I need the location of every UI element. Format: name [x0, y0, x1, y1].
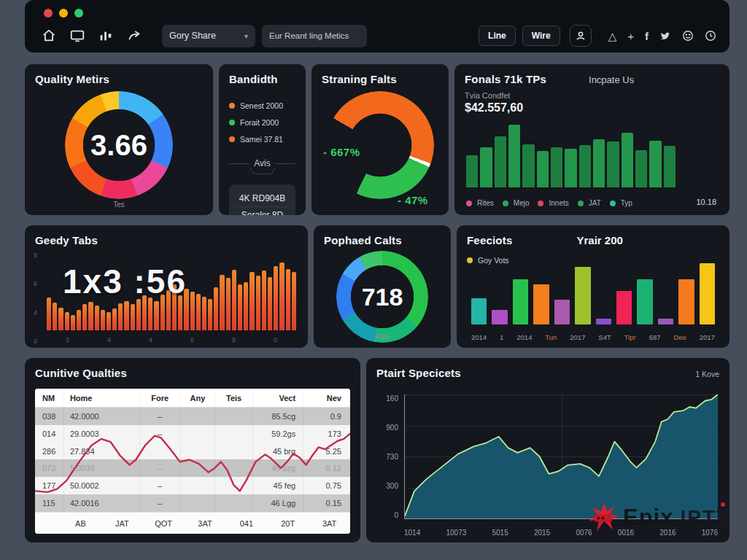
legend-dot-icon	[229, 103, 235, 109]
table-column-header[interactable]: Home	[63, 389, 139, 407]
table-column-header[interactable]: Teis	[214, 389, 252, 407]
bar	[508, 125, 520, 187]
table-cell: 45 bzg	[252, 459, 303, 477]
line-button[interactable]: Line	[479, 26, 516, 46]
metric-value: $42.557,60	[465, 101, 719, 114]
clock-icon[interactable]	[705, 30, 716, 42]
bar-chart-icon[interactable]	[95, 26, 117, 45]
table-column-header[interactable]: Any	[180, 389, 215, 407]
legend-label: Rites	[477, 199, 494, 207]
gauge-caption: Tes	[25, 201, 213, 209]
share-icon[interactable]	[123, 26, 145, 45]
streaming-arc-gauge	[326, 91, 434, 199]
axis-tick-label: 10073	[446, 529, 466, 537]
axis-tick-label: Dee	[673, 333, 686, 341]
watermark-brand: Epix	[623, 505, 673, 531]
area-series	[405, 394, 718, 518]
table-cell: –	[139, 477, 180, 494]
bar	[649, 141, 661, 187]
legend-label: Typ	[621, 199, 632, 207]
panel-streaming-faults: Straning Falts - 667% - 47%	[311, 64, 449, 215]
bar	[232, 270, 236, 330]
triangle-icon[interactable]: △	[608, 31, 617, 42]
table-cell	[214, 408, 252, 425]
watermark-suffix: IPTV	[680, 506, 731, 529]
axis-tick-label: 0	[274, 336, 277, 343]
minimize-window-button[interactable]	[59, 9, 68, 18]
table-cell: 46 Lgg	[252, 494, 303, 512]
home-icon[interactable]	[38, 26, 60, 45]
table-cell: 014	[35, 425, 63, 443]
bar	[53, 303, 57, 330]
bar	[196, 294, 201, 330]
pophaed-gauge: 718	[336, 251, 428, 343]
bar	[279, 262, 284, 330]
bar	[226, 278, 231, 330]
table-row[interactable]: 28627.83445 brg5.25	[35, 443, 350, 460]
divider-arc	[250, 168, 275, 174]
category-dropdown[interactable]: Gory Share ▾	[162, 25, 255, 47]
panel-subtitle[interactable]: Incpate Us	[589, 74, 634, 85]
table-cell: 45 feg	[252, 477, 303, 494]
table-row[interactable]: 0735.0039–45 bzg0.12	[35, 459, 350, 477]
table-row[interactable]: 11542.0016–46 Lgg0.15	[35, 494, 350, 512]
divider-label[interactable]: Avis	[254, 158, 270, 168]
table-cell	[180, 425, 215, 443]
facebook-icon[interactable]: f	[645, 31, 649, 42]
table-cell: 50.0002	[63, 477, 139, 494]
legend-label: Samei 37.81	[240, 135, 283, 144]
gauge-value: 718	[336, 251, 428, 343]
maximize-window-button[interactable]	[74, 9, 83, 18]
table-column-header[interactable]: Nev	[303, 389, 350, 407]
legend-label: Innets	[549, 199, 568, 207]
gauge-value: 3.66	[65, 91, 173, 199]
bar	[616, 291, 632, 324]
table-row[interactable]: 03842.0000–85.5cg0.9	[35, 408, 350, 425]
resolution-button[interactable]: 4K RD904B	[233, 190, 291, 206]
search-input[interactable]: Eur Reant ling Metics	[262, 25, 367, 47]
server-button[interactable]: Seraler 8D	[233, 206, 291, 215]
plus-icon[interactable]: +	[627, 31, 634, 42]
bar	[112, 308, 117, 330]
table-cell	[214, 477, 252, 494]
table-column-header[interactable]: Fore	[139, 389, 180, 407]
panel-feeciots: Feeciots Yrair 200 Goy Vots 201412014Tun…	[457, 225, 729, 348]
legend-item: Typ	[610, 199, 632, 207]
table-column-header[interactable]: Vect	[252, 389, 303, 407]
table-footer-label: 041	[225, 519, 267, 528]
axis-tick-label: 1	[500, 333, 503, 341]
bar	[47, 298, 51, 330]
bar	[262, 271, 266, 330]
legend-dot-icon	[538, 201, 543, 206]
axis-tick-label: 900	[386, 424, 398, 432]
bar	[220, 275, 224, 330]
panel-subtitle[interactable]: 1 Kove	[695, 370, 719, 378]
legend-item: Innets	[538, 199, 568, 207]
axis-tick-label: 2017	[570, 333, 585, 341]
table-cell: 5.0039	[63, 459, 139, 477]
fonals-legend: RitesMejoInnetsJATTyp	[466, 199, 632, 207]
table-row[interactable]: 01429.0003–59.2gs173	[35, 425, 350, 443]
gauge-caption: FNS	[314, 333, 451, 341]
monitor-icon[interactable]	[66, 26, 88, 45]
table-cell: 115	[35, 494, 63, 512]
table-row[interactable]: 17750.0002–45 feg0.75	[35, 477, 350, 494]
smiley-icon[interactable]	[682, 30, 694, 42]
legend-item: Rites	[466, 199, 494, 207]
table-cell: –	[139, 494, 180, 512]
user-icon-button[interactable]	[570, 25, 592, 47]
close-window-button[interactable]	[44, 9, 53, 18]
wire-button[interactable]: Wire	[522, 26, 560, 46]
bar	[124, 301, 128, 330]
twitter-icon[interactable]	[659, 30, 671, 42]
axis-tick-label: Tipr	[624, 333, 636, 341]
axis-tick-label: 6	[190, 336, 194, 343]
axis-tick-label: 0	[34, 338, 37, 345]
table-cell	[214, 425, 252, 443]
table-cell: 27.834	[63, 443, 139, 460]
bar	[190, 292, 195, 330]
table-column-header[interactable]: NM	[35, 389, 63, 407]
bar	[637, 279, 652, 324]
table-footer-label: QOT	[143, 519, 185, 528]
panel-pophaed-calts: Pophaed Calts 718 FNS	[314, 225, 451, 348]
